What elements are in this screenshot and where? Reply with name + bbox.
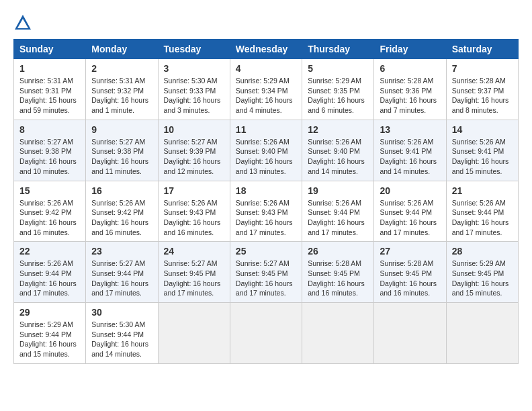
page-header xyxy=(13,13,519,32)
day-info: Sunrise: 5:28 AM Sunset: 9:37 PM Dayligh… xyxy=(452,76,513,116)
calendar-cell xyxy=(302,303,374,364)
day-number: 25 xyxy=(236,246,296,257)
day-number: 20 xyxy=(380,185,440,196)
calendar-cell: 17Sunrise: 5:26 AM Sunset: 9:43 PM Dayli… xyxy=(158,181,230,242)
calendar-cell: 26Sunrise: 5:28 AM Sunset: 9:45 PM Dayli… xyxy=(302,242,374,303)
calendar-cell: 25Sunrise: 5:27 AM Sunset: 9:45 PM Dayli… xyxy=(230,242,302,303)
day-number: 7 xyxy=(452,63,513,74)
calendar-cell: 12Sunrise: 5:26 AM Sunset: 9:40 PM Dayli… xyxy=(302,120,374,181)
day-number: 14 xyxy=(452,124,513,135)
calendar-cell: 8Sunrise: 5:27 AM Sunset: 9:38 PM Daylig… xyxy=(14,120,86,181)
day-info: Sunrise: 5:29 AM Sunset: 9:34 PM Dayligh… xyxy=(236,76,296,116)
logo xyxy=(13,13,35,32)
day-number: 15 xyxy=(19,185,80,196)
day-number: 6 xyxy=(380,63,440,74)
calendar-header-row: SundayMondayTuesdayWednesdayThursdayFrid… xyxy=(14,40,519,59)
calendar-cell: 13Sunrise: 5:26 AM Sunset: 9:41 PM Dayli… xyxy=(374,120,446,181)
calendar-cell: 22Sunrise: 5:26 AM Sunset: 9:44 PM Dayli… xyxy=(14,242,86,303)
day-info: Sunrise: 5:31 AM Sunset: 9:31 PM Dayligh… xyxy=(19,76,80,116)
column-header-tuesday: Tuesday xyxy=(158,40,230,59)
day-info: Sunrise: 5:26 AM Sunset: 9:40 PM Dayligh… xyxy=(236,137,296,177)
day-number: 28 xyxy=(452,246,513,257)
column-header-monday: Monday xyxy=(86,40,158,59)
logo-icon xyxy=(13,13,32,32)
day-number: 3 xyxy=(164,63,224,74)
calendar-cell: 24Sunrise: 5:27 AM Sunset: 9:45 PM Dayli… xyxy=(158,242,230,303)
calendar-week-row: 8Sunrise: 5:27 AM Sunset: 9:38 PM Daylig… xyxy=(14,120,519,181)
day-info: Sunrise: 5:30 AM Sunset: 9:33 PM Dayligh… xyxy=(164,76,224,116)
day-info: Sunrise: 5:27 AM Sunset: 9:45 PM Dayligh… xyxy=(236,259,296,298)
day-number: 30 xyxy=(91,307,152,318)
day-number: 1 xyxy=(19,63,80,74)
day-info: Sunrise: 5:27 AM Sunset: 9:44 PM Dayligh… xyxy=(91,259,152,298)
calendar-cell: 7Sunrise: 5:28 AM Sunset: 9:37 PM Daylig… xyxy=(446,59,518,120)
day-info: Sunrise: 5:26 AM Sunset: 9:41 PM Dayligh… xyxy=(380,137,440,177)
day-info: Sunrise: 5:27 AM Sunset: 9:39 PM Dayligh… xyxy=(164,137,224,177)
day-info: Sunrise: 5:28 AM Sunset: 9:45 PM Dayligh… xyxy=(380,259,440,298)
calendar-cell: 16Sunrise: 5:26 AM Sunset: 9:42 PM Dayli… xyxy=(86,181,158,242)
calendar-week-row: 15Sunrise: 5:26 AM Sunset: 9:42 PM Dayli… xyxy=(14,181,519,242)
day-number: 27 xyxy=(380,246,440,257)
day-number: 10 xyxy=(164,124,224,135)
column-header-thursday: Thursday xyxy=(302,40,374,59)
day-number: 21 xyxy=(452,185,513,196)
day-number: 22 xyxy=(19,246,80,257)
calendar-cell: 9Sunrise: 5:27 AM Sunset: 9:38 PM Daylig… xyxy=(86,120,158,181)
day-info: Sunrise: 5:26 AM Sunset: 9:43 PM Dayligh… xyxy=(164,198,224,238)
day-number: 19 xyxy=(308,185,368,196)
calendar-cell: 4Sunrise: 5:29 AM Sunset: 9:34 PM Daylig… xyxy=(230,59,302,120)
calendar-cell: 2Sunrise: 5:31 AM Sunset: 9:32 PM Daylig… xyxy=(86,59,158,120)
day-info: Sunrise: 5:29 AM Sunset: 9:35 PM Dayligh… xyxy=(308,76,368,116)
column-header-wednesday: Wednesday xyxy=(230,40,302,59)
day-info: Sunrise: 5:26 AM Sunset: 9:44 PM Dayligh… xyxy=(19,259,80,298)
day-info: Sunrise: 5:26 AM Sunset: 9:42 PM Dayligh… xyxy=(19,198,80,238)
day-info: Sunrise: 5:31 AM Sunset: 9:32 PM Dayligh… xyxy=(91,76,152,116)
calendar-cell: 10Sunrise: 5:27 AM Sunset: 9:39 PM Dayli… xyxy=(158,120,230,181)
day-number: 11 xyxy=(236,124,296,135)
day-number: 16 xyxy=(91,185,152,196)
day-number: 5 xyxy=(308,63,368,74)
calendar-cell: 30Sunrise: 5:30 AM Sunset: 9:44 PM Dayli… xyxy=(86,303,158,364)
day-number: 26 xyxy=(308,246,368,257)
calendar-cell: 6Sunrise: 5:28 AM Sunset: 9:36 PM Daylig… xyxy=(374,59,446,120)
day-info: Sunrise: 5:29 AM Sunset: 9:45 PM Dayligh… xyxy=(452,259,513,298)
day-number: 4 xyxy=(236,63,296,74)
calendar-cell: 27Sunrise: 5:28 AM Sunset: 9:45 PM Dayli… xyxy=(374,242,446,303)
day-info: Sunrise: 5:26 AM Sunset: 9:43 PM Dayligh… xyxy=(236,198,296,238)
day-info: Sunrise: 5:28 AM Sunset: 9:36 PM Dayligh… xyxy=(380,76,440,116)
calendar-cell: 15Sunrise: 5:26 AM Sunset: 9:42 PM Dayli… xyxy=(14,181,86,242)
calendar-cell: 21Sunrise: 5:26 AM Sunset: 9:44 PM Dayli… xyxy=(446,181,518,242)
calendar-week-row: 22Sunrise: 5:26 AM Sunset: 9:44 PM Dayli… xyxy=(14,242,519,303)
day-number: 8 xyxy=(19,124,80,135)
day-info: Sunrise: 5:26 AM Sunset: 9:42 PM Dayligh… xyxy=(91,198,152,238)
calendar-cell: 29Sunrise: 5:29 AM Sunset: 9:44 PM Dayli… xyxy=(14,303,86,364)
day-number: 17 xyxy=(164,185,224,196)
calendar-cell: 19Sunrise: 5:26 AM Sunset: 9:44 PM Dayli… xyxy=(302,181,374,242)
calendar-week-row: 29Sunrise: 5:29 AM Sunset: 9:44 PM Dayli… xyxy=(14,303,519,364)
day-number: 24 xyxy=(164,246,224,257)
day-number: 18 xyxy=(236,185,296,196)
calendar-cell: 1Sunrise: 5:31 AM Sunset: 9:31 PM Daylig… xyxy=(14,59,86,120)
day-info: Sunrise: 5:29 AM Sunset: 9:44 PM Dayligh… xyxy=(19,320,80,359)
day-info: Sunrise: 5:26 AM Sunset: 9:40 PM Dayligh… xyxy=(308,137,368,177)
day-number: 2 xyxy=(91,63,152,74)
calendar-cell xyxy=(446,303,518,364)
calendar-table: SundayMondayTuesdayWednesdayThursdayFrid… xyxy=(13,39,519,364)
calendar-cell: 5Sunrise: 5:29 AM Sunset: 9:35 PM Daylig… xyxy=(302,59,374,120)
calendar-cell: 20Sunrise: 5:26 AM Sunset: 9:44 PM Dayli… xyxy=(374,181,446,242)
day-info: Sunrise: 5:27 AM Sunset: 9:38 PM Dayligh… xyxy=(91,137,152,177)
calendar-cell: 23Sunrise: 5:27 AM Sunset: 9:44 PM Dayli… xyxy=(86,242,158,303)
day-info: Sunrise: 5:27 AM Sunset: 9:38 PM Dayligh… xyxy=(19,137,80,177)
calendar-cell: 28Sunrise: 5:29 AM Sunset: 9:45 PM Dayli… xyxy=(446,242,518,303)
calendar-cell: 14Sunrise: 5:26 AM Sunset: 9:41 PM Dayli… xyxy=(446,120,518,181)
day-number: 23 xyxy=(91,246,152,257)
calendar-cell: 11Sunrise: 5:26 AM Sunset: 9:40 PM Dayli… xyxy=(230,120,302,181)
day-info: Sunrise: 5:26 AM Sunset: 9:41 PM Dayligh… xyxy=(452,137,513,177)
day-info: Sunrise: 5:28 AM Sunset: 9:45 PM Dayligh… xyxy=(308,259,368,298)
day-info: Sunrise: 5:26 AM Sunset: 9:44 PM Dayligh… xyxy=(452,198,513,238)
day-number: 29 xyxy=(19,307,80,318)
day-info: Sunrise: 5:26 AM Sunset: 9:44 PM Dayligh… xyxy=(308,198,368,238)
calendar-cell: 3Sunrise: 5:30 AM Sunset: 9:33 PM Daylig… xyxy=(158,59,230,120)
day-number: 9 xyxy=(91,124,152,135)
column-header-sunday: Sunday xyxy=(14,40,86,59)
